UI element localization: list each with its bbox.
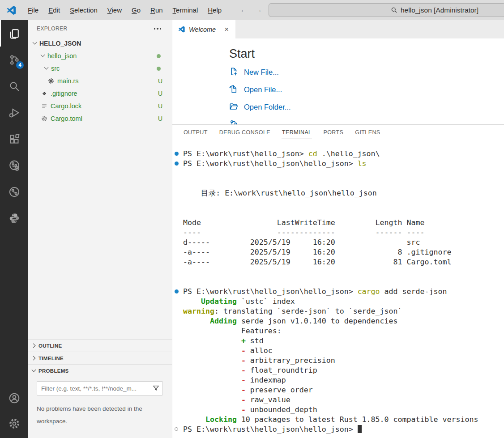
- terminal-line: 目录: E:\work\rust\hello_json\hello_json: [172, 188, 504, 198]
- terminal-line: Updating `ustc` index: [172, 297, 504, 306]
- activity-source-control-icon[interactable]: 4: [0, 47, 28, 73]
- section-problems[interactable]: PROBLEMS: [28, 364, 172, 377]
- panel-tab-gitlens[interactable]: GITLENS: [355, 125, 380, 139]
- open-file-icon: [229, 85, 238, 95]
- activity-git-graph-icon[interactable]: [0, 179, 28, 205]
- command-decoration-icon[interactable]: [175, 289, 179, 293]
- git-file-icon: [41, 90, 48, 97]
- menu-run[interactable]: Run: [145, 4, 168, 16]
- problems-filter-input[interactable]: [37, 381, 163, 395]
- tab-welcome[interactable]: Welcome ×: [172, 20, 235, 38]
- menu-selection[interactable]: Selection: [65, 4, 103, 16]
- chevron-down-icon: [30, 367, 38, 374]
- activity-settings-gear-icon[interactable]: [0, 411, 28, 436]
- tree-item-main-rs[interactable]: main.rsU: [28, 75, 172, 87]
- activity-run-and-debug-icon[interactable]: [0, 99, 28, 126]
- tree-item--gitignore[interactable]: .gitignoreU: [28, 87, 172, 100]
- menu-edit[interactable]: Edit: [43, 4, 65, 16]
- sidebar-title: EXPLORER: [37, 26, 68, 32]
- tab-title: Welcome: [189, 26, 216, 33]
- navigate-forward-icon[interactable]: →: [253, 4, 264, 16]
- terminal-line: PS E:\work\rust\hello_json> cd .\hello_j…: [172, 149, 504, 159]
- activity-gitlens-icon[interactable]: [0, 152, 28, 179]
- panel-tab-debug-console[interactable]: DEBUG CONSOLE: [219, 125, 271, 139]
- chevron-down-icon: [43, 65, 50, 72]
- terminal-line: - raw_value: [172, 395, 504, 405]
- tree-item-cargo-lock[interactable]: Cargo.lockU: [28, 100, 172, 112]
- start-link-label: Open Folder...: [244, 103, 291, 111]
- activity-bar-items: 4: [0, 20, 28, 231]
- command-decoration-icon[interactable]: [175, 162, 179, 166]
- activity-search-icon[interactable]: [0, 73, 28, 99]
- close-tab-icon[interactable]: ×: [223, 25, 230, 34]
- lock-list-icon: [41, 102, 48, 110]
- menubar: FileEditSelectionViewGoRunTerminalHelp: [23, 4, 226, 16]
- terminal-line: - preserve_order: [172, 385, 504, 395]
- panel-tabs: OUTPUTDEBUG CONSOLETERMINALPORTSGITLENS: [172, 125, 504, 140]
- chevron-right-icon: [30, 355, 38, 362]
- command-decoration-icon[interactable]: [175, 427, 178, 431]
- tree-item-label: Cargo.toml: [51, 115, 82, 122]
- file-tree: HELLO_JSONhello_jsonsrcmain.rsU.gitignor…: [28, 37, 172, 125]
- start-link-clone-repository-icon[interactable]: [229, 116, 504, 124]
- command-decoration-icon[interactable]: [175, 152, 179, 156]
- terminal-output[interactable]: PS E:\work\rust\hello_json> cd .\hello_j…: [172, 149, 504, 434]
- tree-item-cargo-toml[interactable]: Cargo.tomlU: [28, 112, 172, 125]
- menu-terminal[interactable]: Terminal: [168, 4, 203, 16]
- terminal-line: + std: [172, 336, 504, 346]
- tab-bar: Welcome ×: [172, 20, 504, 38]
- chevron-down-icon: [39, 52, 47, 60]
- git-modified-dot: [157, 54, 161, 58]
- activity-python-icon[interactable]: [0, 205, 28, 231]
- start-link-open-folder[interactable]: Open Folder...: [229, 98, 504, 116]
- menu-help[interactable]: Help: [203, 4, 226, 16]
- bottom-panel: OUTPUTDEBUG CONSOLETERMINALPORTSGITLENS …: [172, 124, 504, 438]
- command-center-text: hello_json [Administrator]: [401, 6, 478, 14]
- terminal-line: [172, 277, 504, 287]
- terminal-line: - alloc: [172, 346, 504, 356]
- menu-go[interactable]: Go: [127, 4, 145, 16]
- activity-account-icon[interactable]: [0, 385, 28, 411]
- panel-tab-output[interactable]: OUTPUT: [183, 125, 208, 139]
- git-modified-dot: [157, 67, 161, 71]
- terminal-line: Mode LastWriteTime Length Name: [172, 218, 504, 228]
- start-link-open-file[interactable]: Open File...: [229, 81, 504, 98]
- navigate-back-icon[interactable]: ←: [239, 4, 249, 16]
- git-untracked-badge: U: [158, 90, 162, 97]
- search-icon: [391, 7, 397, 13]
- section-outline[interactable]: OUTLINE: [28, 339, 172, 352]
- terminal-line: -a---- 2025/5/19 16:20 8 .gitignore: [172, 247, 504, 257]
- start-links: New File...Open File...Open Folder...: [229, 64, 504, 124]
- command-center-search[interactable]: hello_json [Administrator]: [269, 3, 504, 17]
- tree-item-label: main.rs: [57, 77, 79, 85]
- vscode-logo-icon: [6, 5, 17, 16]
- panel-tab-terminal[interactable]: TERMINAL: [282, 125, 312, 139]
- terminal-line: d----- 2025/5/19 16:20 src: [172, 238, 504, 247]
- start-link-new-file[interactable]: New File...: [229, 64, 504, 81]
- tree-item-hello-json[interactable]: HELLO_JSON: [28, 37, 172, 50]
- panel-tab-ports[interactable]: PORTS: [323, 125, 344, 139]
- tree-item-hello-json[interactable]: hello_json: [28, 50, 172, 62]
- new-file-icon: [229, 67, 238, 78]
- start-link-label: Open File...: [244, 85, 282, 94]
- terminal-line: -a---- 2025/5/19 16:20 81 Cargo.toml: [172, 257, 504, 267]
- tree-item-label: .gitignore: [51, 90, 77, 97]
- scm-changes-badge: 4: [16, 61, 24, 69]
- sidebar-bottom-sections: OUTLINETIMELINEPROBLEMS No problems have…: [28, 339, 172, 428]
- activity-explorer-icon[interactable]: [0, 20, 28, 47]
- activity-extensions-icon[interactable]: [0, 126, 28, 152]
- problems-message: No problems have been detected in the wo…: [37, 403, 163, 428]
- problems-panel: No problems have been detected in the wo…: [28, 377, 172, 428]
- section-timeline[interactable]: TIMELINE: [28, 352, 172, 364]
- tree-item-src[interactable]: src: [28, 62, 172, 75]
- menu-view[interactable]: View: [103, 4, 127, 16]
- more-actions-icon[interactable]: [152, 26, 163, 31]
- tree-item-label: hello_json: [47, 52, 77, 60]
- editor-group: Welcome × Start New File...Open File...O…: [172, 20, 504, 124]
- vscode-window: { "titlebar": { "menus": ["File", "Edit"…: [0, 0, 504, 438]
- section-label: OUTLINE: [38, 343, 62, 349]
- titlebar: FileEditSelectionViewGoRunTerminalHelp ←…: [0, 0, 504, 20]
- activity-bar-bottom: [0, 385, 28, 436]
- tree-item-label: Cargo.lock: [51, 102, 81, 110]
- menu-file[interactable]: File: [23, 4, 43, 16]
